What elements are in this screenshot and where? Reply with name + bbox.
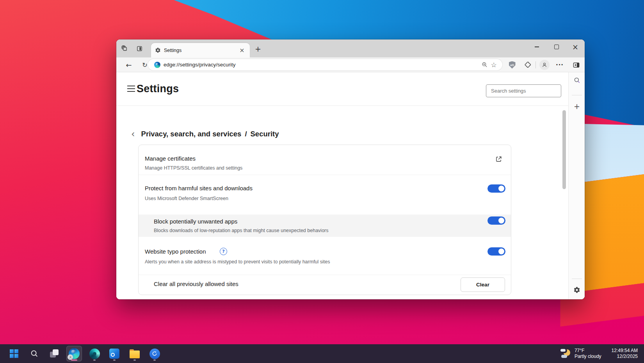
scrollbar-thumb[interactable]	[562, 110, 566, 189]
adblock-badge-text: uO	[510, 64, 514, 66]
more-menu-icon[interactable]: ···	[554, 59, 565, 70]
tab-close-icon[interactable]: ×	[238, 46, 246, 54]
taskbar-sync-app-button[interactable]	[147, 346, 162, 361]
tab-actions-icon[interactable]	[134, 43, 144, 54]
sidebar-settings-gear-icon[interactable]	[571, 284, 582, 295]
row-divider	[139, 275, 511, 275]
tab-favicon-gear-icon	[155, 47, 161, 53]
browser-toolbar: ← ↻ edge://settings/privacy/security ☆ u…	[116, 57, 585, 72]
edge-sidebar: +	[568, 72, 585, 299]
start-button[interactable]	[6, 346, 22, 361]
weather-temperature: 77°F	[575, 348, 601, 354]
row-title: Manage certificates	[145, 155, 196, 162]
tab-strip: Settings × + ×	[116, 39, 585, 57]
partly-cloudy-night-icon	[560, 348, 571, 359]
taskbar: 77°F Partly cloudy 12:49:54 AM 12/2/2025	[0, 344, 644, 363]
system-tray: 77°F Partly cloudy 12:49:54 AM 12/2/2025	[560, 344, 644, 363]
clear-button[interactable]: Clear	[461, 277, 505, 292]
tray-time: 12:49:54 AM	[612, 348, 638, 354]
sidebar-divider	[572, 95, 582, 95]
search-icon	[30, 349, 39, 358]
taskbar-edge-button[interactable]	[66, 346, 82, 361]
taskbar-search-button[interactable]	[27, 346, 42, 361]
desktop: Settings × + × ← ↻ edge://settings/priva…	[0, 0, 644, 363]
smartscreen-toggle[interactable]	[487, 184, 505, 193]
header-divider	[116, 106, 568, 106]
window-close-button[interactable]: ×	[567, 39, 584, 54]
outlook-icon	[109, 349, 119, 359]
clock-widget[interactable]: 12:49:54 AM 12/2/2025	[612, 348, 638, 359]
security-settings-card: Manage certificates Manage HTTPS/SSL cer…	[138, 145, 511, 295]
breadcrumb-current: Security	[251, 130, 279, 138]
breadcrumb: ‹ Privacy, search, and services / Securi…	[131, 130, 279, 138]
row-subtitle: Alerts you when a site address is mistyp…	[145, 259, 330, 265]
zoom-in-icon[interactable]	[480, 60, 489, 70]
extensions-icon[interactable]	[522, 59, 533, 70]
file-explorer-icon	[130, 350, 140, 358]
back-icon[interactable]: ←	[123, 59, 134, 70]
settings-page: Settings ‹ Privacy, search, and services…	[116, 72, 568, 299]
split-screen-icon[interactable]	[571, 59, 582, 70]
sidebar-search-icon[interactable]	[571, 75, 582, 86]
row-subtitle: Uses Microsoft Defender SmartScreen	[145, 196, 228, 201]
weather-condition: Partly cloudy	[575, 354, 601, 359]
address-bar[interactable]: edge://settings/privacy/security ☆	[148, 59, 502, 70]
row-title: Block potentially unwanted apps	[154, 218, 237, 225]
row-title: Clear all previously allowed sites	[154, 281, 238, 287]
row-subtitle: Blocks downloads of low-reputation apps …	[154, 228, 329, 233]
workspaces-icon[interactable]	[119, 43, 130, 54]
row-title: Website typo protection	[145, 248, 206, 255]
browser-body: Settings ‹ Privacy, search, and services…	[116, 72, 585, 299]
new-tab-button[interactable]: +	[253, 44, 263, 54]
edge-favicon-icon	[154, 62, 160, 68]
row-divider	[139, 175, 511, 175]
url-text[interactable]: edge://settings/privacy/security	[164, 62, 480, 68]
task-view-button[interactable]	[46, 346, 62, 361]
open-external-icon[interactable]	[495, 156, 502, 165]
row-title: Protect from harmful sites and downloads	[145, 185, 253, 191]
menu-hamburger-icon[interactable]	[127, 86, 135, 92]
edge-icon	[69, 348, 80, 359]
window-maximize-button[interactable]	[548, 39, 565, 54]
breadcrumb-parent[interactable]: Privacy, search, and services	[141, 130, 242, 138]
taskbar-file-explorer-button[interactable]	[127, 346, 142, 361]
tab-settings[interactable]: Settings ×	[151, 43, 250, 57]
sync-app-icon	[149, 349, 160, 359]
page-title: Settings	[137, 83, 179, 95]
search-settings-input[interactable]	[486, 84, 561, 97]
taskbar-swirl-app-button[interactable]	[87, 346, 102, 361]
tray-date: 12/2/2025	[612, 354, 638, 359]
typo-protection-toggle[interactable]	[487, 247, 505, 256]
breadcrumb-back-icon[interactable]: ‹	[131, 130, 135, 138]
swirl-app-icon	[89, 349, 100, 359]
row-block-pua: Block potentially unwanted apps Blocks d…	[139, 215, 511, 237]
taskbar-outlook-button[interactable]	[107, 346, 122, 361]
block-pua-toggle[interactable]	[487, 216, 505, 225]
task-view-icon	[50, 349, 59, 358]
sidebar-add-icon[interactable]: +	[571, 101, 582, 112]
breadcrumb-separator: /	[245, 130, 247, 138]
window-minimize-button[interactable]	[528, 39, 545, 54]
weather-widget[interactable]: 77°F Partly cloudy	[560, 348, 601, 359]
toolbar-divider	[535, 61, 536, 68]
help-icon[interactable]: ?	[220, 248, 227, 255]
tab-title: Settings	[164, 48, 238, 53]
row-subtitle: Manage HTTPS/SSL certificates and settin…	[145, 165, 242, 171]
favorite-star-icon[interactable]: ☆	[489, 60, 498, 70]
browser-window: Settings × + × ← ↻ edge://settings/priva…	[116, 39, 585, 299]
profile-icon[interactable]	[539, 59, 550, 70]
sidebar-divider	[572, 279, 582, 279]
adblock-shield-icon[interactable]: uO	[507, 59, 518, 70]
windows-logo-icon	[10, 349, 18, 358]
edge-profile-badge	[68, 354, 73, 360]
